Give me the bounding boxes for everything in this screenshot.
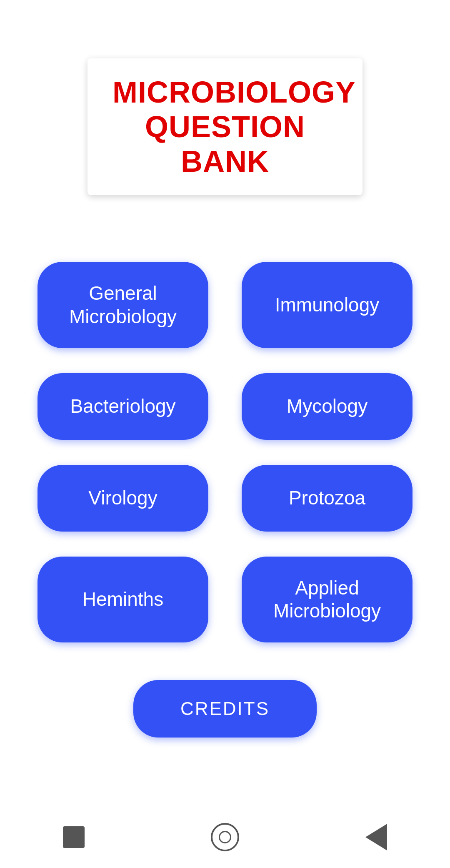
btn-protozoa[interactable]: Protozoa — [242, 465, 412, 532]
nav-back-icon[interactable] — [365, 824, 387, 850]
btn-heminths[interactable]: Heminths — [38, 557, 208, 642]
nav-square-icon[interactable] — [63, 826, 85, 848]
btn-immunology[interactable]: Immunology — [242, 262, 412, 348]
btn-virology[interactable]: Virology — [38, 465, 208, 532]
navigation-bar — [0, 802, 450, 868]
btn-mycology[interactable]: Mycology — [242, 373, 412, 440]
topic-buttons-grid: General Microbiology Immunology Bacterio… — [38, 262, 412, 642]
nav-home-icon[interactable] — [211, 823, 239, 851]
app-title: MICROBIOLOGY QUESTION BANK — [112, 75, 338, 178]
btn-general-microbiology[interactable]: General Microbiology — [38, 262, 208, 348]
btn-bacteriology[interactable]: Bacteriology — [38, 373, 208, 440]
btn-applied-microbiology[interactable]: Applied Microbiology — [242, 557, 412, 642]
app-header: MICROBIOLOGY QUESTION BANK — [88, 58, 362, 195]
credits-button[interactable]: CREDITS — [133, 680, 317, 738]
